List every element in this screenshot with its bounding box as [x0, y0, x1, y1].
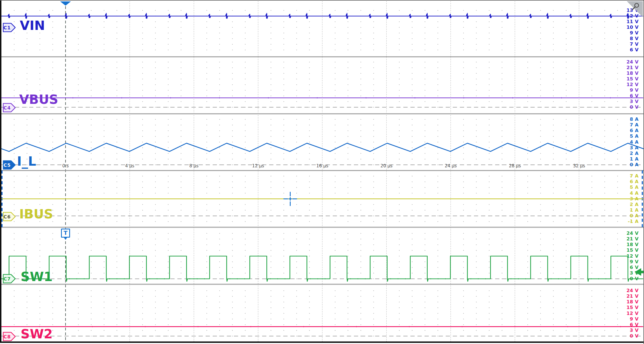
channel-badge-c4[interactable]: C4	[3, 103, 16, 112]
channel-badge-label: C1	[3, 25, 11, 30]
channel-badge-c1[interactable]: C1	[3, 23, 16, 32]
channel-badge-label: C8	[3, 334, 11, 339]
channel-badge-c5[interactable]: C5	[3, 160, 16, 170]
plot-border-bottom	[0, 341, 644, 343]
channel-badge-c6[interactable]: C6	[3, 212, 16, 221]
channel-badge-label: C6	[3, 214, 11, 220]
trigger-pointer-icon	[64, 237, 67, 240]
channel-name-vbus: VBUS	[19, 93, 58, 106]
trigger-position-marker[interactable]	[60, 1, 71, 6]
cursor-crosshair[interactable]	[283, 192, 297, 206]
channel-name-il: I_L	[17, 155, 36, 168]
channel-name-ibus: IBUS	[19, 208, 53, 220]
channel-badge-label: C7	[3, 276, 11, 282]
plot-border-left	[0, 1, 1, 343]
trigger-source-marker[interactable]: T	[61, 229, 70, 238]
channel-name-vin: VIN	[20, 19, 45, 32]
trigger-level-arrow[interactable]	[635, 268, 641, 276]
channel-name-sw1: SW1	[21, 270, 53, 283]
waveform-plot-area[interactable]	[0, 1, 644, 344]
channel-badge-label: C4	[3, 105, 11, 111]
corner-triangle	[627, 1, 643, 17]
channel-badge-c8[interactable]: C8	[3, 332, 16, 341]
channel-badge-c7[interactable]: C7	[3, 274, 16, 283]
zoom-corner-control[interactable]	[626, 1, 643, 17]
oscilloscope-display: 13 V12 V11 V10 V9 V8 V7 V6 V24 V21 V18 V…	[0, 0, 644, 344]
channel-name-sw2: SW2	[21, 328, 53, 340]
channel-badge-label: C5	[3, 163, 11, 168]
